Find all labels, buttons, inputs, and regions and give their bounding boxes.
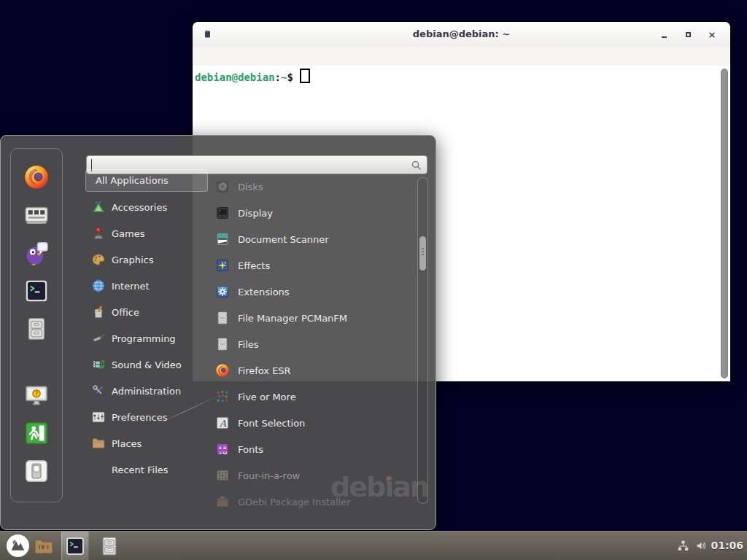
favorite-file-manager[interactable]: [23, 315, 50, 343]
cabinet-icon: [23, 316, 50, 342]
four-in-a-row-icon: [215, 468, 230, 483]
app-extensions[interactable]: Extensions: [207, 279, 416, 305]
document-scanner-icon: [215, 232, 230, 246]
svg-text:A: A: [219, 418, 227, 429]
search-icon: [411, 160, 422, 171]
system-tray: [677, 532, 708, 560]
games-icon: [91, 226, 106, 241]
favorite-firefox[interactable]: [23, 163, 50, 191]
app-five-or-more[interactable]: Five or More: [207, 384, 416, 410]
clock[interactable]: 01:06: [711, 532, 743, 560]
prompt-user-host: debian@debian: [195, 71, 275, 83]
terminal-cursor: [300, 69, 310, 83]
terminal-dark-icon: [23, 278, 50, 304]
app-document-scanner[interactable]: Document Scanner: [207, 226, 416, 252]
extensions-icon: [215, 284, 230, 299]
app-display[interactable]: Display: [207, 200, 416, 226]
office-icon: [91, 305, 106, 319]
taskbar-menu-button[interactable]: [4, 532, 31, 560]
category-graphics[interactable]: Graphics: [85, 246, 208, 273]
taskbar-files[interactable]: [96, 532, 123, 560]
menu-editor-icon: [23, 202, 50, 228]
cabinet-icon: [98, 535, 120, 557]
category-recent-files[interactable]: Recent Files: [85, 456, 208, 483]
taskbar-file-manager[interactable]: [31, 532, 57, 560]
app-disks[interactable]: Disks: [207, 174, 416, 200]
cabinet-icon: [215, 337, 230, 351]
category-office[interactable]: Office: [85, 299, 208, 325]
maximize-icon: [686, 32, 691, 37]
favorite-terminal[interactable]: [23, 277, 50, 305]
screensaver-icon: ?: [23, 382, 50, 408]
app-firefox-esr[interactable]: Firefox ESR: [207, 357, 416, 384]
font-selection-icon: A: [215, 416, 230, 430]
application-menu: debian ? All ApplicationsAccessoriesGame…: [0, 135, 436, 530]
gdebi-icon: [215, 494, 230, 509]
category-internet[interactable]: Internet: [85, 273, 208, 299]
category-places[interactable]: Places: [85, 430, 208, 456]
fonts-icon: aaaω: [215, 442, 230, 456]
app-gdebi-package-installer[interactable]: GDebi Package Installer: [207, 489, 416, 515]
taskbar: 01:06: [0, 531, 747, 560]
accessories-icon: [91, 200, 106, 214]
category-programming[interactable]: Programming: [85, 325, 208, 351]
category-accessories[interactable]: Accessories: [85, 194, 208, 220]
terminal-title: debian@debian: ~: [193, 22, 730, 47]
taskbar-terminal[interactable]: [61, 532, 89, 560]
logout-icon: [23, 420, 50, 446]
panel-menu-icon: [6, 534, 30, 558]
panel-folder-icon: [33, 535, 55, 557]
terminal-prompt: debian@debian:~$: [195, 69, 310, 83]
category-administration[interactable]: Administration: [85, 378, 208, 404]
cabinet-icon: [215, 311, 230, 325]
application-list: DisksDisplayDocument ScannerEffectsExten…: [207, 174, 416, 529]
favorite-main-menu[interactable]: [23, 201, 50, 229]
preferences-icon: [91, 410, 106, 424]
disks-icon: [215, 179, 230, 194]
close-button[interactable]: ×: [703, 22, 721, 47]
prompt-symbol: $: [287, 71, 293, 83]
svg-text:?: ?: [35, 390, 38, 397]
taskbar-items: [4, 532, 123, 560]
pidgin-icon: [23, 240, 50, 266]
menu-scrollbar-thumb[interactable]: [419, 236, 426, 271]
app-fonts[interactable]: aaaωFonts: [207, 436, 416, 462]
terminal-dark-icon: [64, 535, 86, 557]
app-effects[interactable]: Effects: [207, 252, 416, 279]
terminal-menubar: [193, 47, 730, 66]
category-sound-video[interactable]: Sound & Video: [85, 351, 208, 378]
shutdown-icon: [23, 458, 50, 484]
svg-text:a: a: [219, 450, 222, 456]
app-files[interactable]: Files: [207, 331, 416, 357]
category-list: All ApplicationsAccessoriesGamesGraphics…: [85, 168, 208, 483]
category-all-applications[interactable]: All Applications: [85, 169, 208, 192]
app-file-manager-pcmanfm[interactable]: File Manager PCManFM: [207, 305, 416, 331]
effects-icon: [215, 258, 230, 273]
favorite-logout[interactable]: [23, 419, 50, 447]
graphics-icon: [91, 252, 106, 267]
display-icon: [215, 206, 230, 220]
category-games[interactable]: Games: [85, 220, 208, 246]
minimize-icon: [662, 36, 667, 38]
sound-video-icon: [91, 357, 106, 372]
terminal-titlebar[interactable]: debian@debian: ~ ×: [193, 22, 730, 47]
firefox-icon: [23, 164, 50, 190]
favorite-shutdown[interactable]: [23, 457, 50, 485]
svg-text:ω: ω: [223, 450, 228, 456]
minimize-button[interactable]: [654, 22, 673, 47]
places-icon: [91, 436, 106, 451]
menu-scrollbar[interactable]: [417, 177, 428, 504]
network-icon[interactable]: [677, 540, 689, 552]
favorite-screensaver[interactable]: ?: [23, 381, 50, 409]
terminal-scrollbar-thumb[interactable]: [721, 69, 728, 378]
prompt-separator: :: [275, 71, 281, 83]
terminal-scrollbar[interactable]: [720, 67, 729, 380]
five-or-more-icon: [215, 389, 230, 404]
favorite-pidgin[interactable]: [23, 239, 50, 267]
maximize-button[interactable]: [678, 22, 697, 47]
firefox-icon: [215, 363, 230, 378]
app-four-in-a-row[interactable]: Four-in-a-row: [207, 462, 416, 489]
volume-icon[interactable]: [695, 540, 708, 552]
app-font-selection[interactable]: AFont Selection: [207, 410, 416, 436]
programming-icon: [91, 331, 106, 346]
